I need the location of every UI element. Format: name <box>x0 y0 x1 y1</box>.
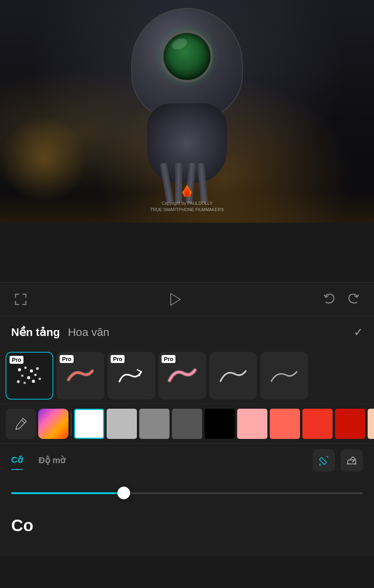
color-swatch-peach[interactable] <box>368 409 374 439</box>
svg-line-12 <box>21 420 25 423</box>
robot-eye <box>161 31 213 82</box>
svg-rect-14 <box>319 457 326 464</box>
slider-thumb[interactable] <box>117 487 130 499</box>
brush-list: Pro Pro Pro Pro <box>0 348 374 404</box>
brush-item-3[interactable]: Pro <box>107 352 155 400</box>
svg-point-1 <box>18 368 21 371</box>
toolbar <box>0 282 374 316</box>
color-swatch-white[interactable] <box>74 409 104 439</box>
svg-point-7 <box>34 374 37 376</box>
robot-illustration <box>119 8 255 207</box>
svg-point-5 <box>21 375 23 377</box>
svg-point-4 <box>36 367 39 370</box>
svg-point-3 <box>30 369 33 373</box>
bottom-label-area: Co <box>0 509 374 556</box>
tab-size[interactable]: Cỡ <box>11 451 23 470</box>
checkmark-icon: ✓ <box>354 326 363 339</box>
color-swatch-darkred[interactable] <box>335 409 365 439</box>
pro-badge: Pro <box>111 355 125 363</box>
edit-icon-group <box>313 449 363 472</box>
svg-point-11 <box>39 378 41 380</box>
brush-item-1[interactable]: Pro <box>6 352 53 400</box>
color-swatch-red[interactable] <box>302 409 333 439</box>
gap-area <box>0 223 374 282</box>
color-divider <box>71 412 72 436</box>
play-button[interactable] <box>166 291 184 308</box>
pro-badge: Pro <box>60 355 74 363</box>
robot-head <box>131 8 243 119</box>
light-bloom <box>0 115 88 203</box>
color-swatch-lightpink[interactable] <box>237 409 267 439</box>
section-header[interactable]: Nền tảng Hoa văn ✓ <box>0 316 374 348</box>
redo-button[interactable] <box>345 291 362 308</box>
canvas-image-area: Copyright by PAULDOLLY TRUE SMARTPHONE F… <box>0 0 374 223</box>
size-slider[interactable] <box>11 492 363 494</box>
brush-item-5[interactable] <box>209 352 257 400</box>
pro-badge: Pro <box>162 355 175 363</box>
color-swatch-salmon[interactable] <box>270 409 300 439</box>
color-swatch-gray[interactable] <box>139 409 169 439</box>
tab-opacity[interactable]: Độ mờ <box>39 451 66 470</box>
color-swatch-darkgray[interactable] <box>172 409 202 439</box>
toolbar-center <box>166 291 184 308</box>
svg-point-8 <box>17 380 20 383</box>
toolbar-right <box>321 291 362 308</box>
svg-line-15 <box>327 456 328 458</box>
svg-point-13 <box>16 428 17 430</box>
eyedropper-button[interactable] <box>6 409 36 439</box>
brush-item-4[interactable]: Pro <box>158 352 206 400</box>
svg-marker-0 <box>171 293 180 305</box>
co-label: Co <box>11 516 33 535</box>
color-swatch-black[interactable] <box>205 409 235 439</box>
section-subtitle: Hoa văn <box>68 326 109 339</box>
svg-rect-16 <box>348 460 356 464</box>
slider-row <box>0 477 374 509</box>
pencil-button[interactable] <box>313 449 335 472</box>
section-title: Nền tảng <box>11 326 60 339</box>
brush-item-2[interactable]: Pro <box>56 352 104 400</box>
svg-point-10 <box>32 380 35 383</box>
svg-point-2 <box>24 367 27 369</box>
color-swatch-lightgray[interactable] <box>107 409 137 439</box>
gradient-button[interactable] <box>38 409 68 439</box>
brush-item-6[interactable] <box>260 352 308 400</box>
svg-point-9 <box>23 382 26 384</box>
eraser-button[interactable] <box>341 449 363 472</box>
color-palette-row <box>0 404 374 443</box>
pro-badge: Pro <box>10 356 23 364</box>
undo-button[interactable] <box>321 291 338 308</box>
bottom-controls: Cỡ Độ mờ <box>0 443 374 477</box>
expand-button[interactable] <box>12 291 29 308</box>
toolbar-left <box>12 291 29 308</box>
svg-point-6 <box>27 376 30 379</box>
watermark: Copyright by PAULDOLLY TRUE SMARTPHONE F… <box>150 200 224 213</box>
